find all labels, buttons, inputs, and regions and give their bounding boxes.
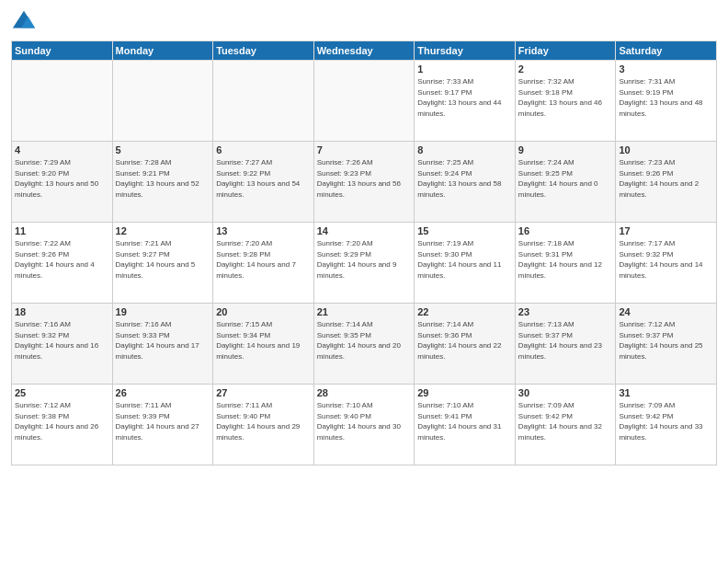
day-number: 14 bbox=[317, 225, 412, 236]
day-info: Sunrise: 7:09 AMSunset: 9:42 PMDaylight:… bbox=[518, 400, 613, 442]
day-number: 29 bbox=[417, 387, 512, 398]
day-number: 5 bbox=[116, 144, 210, 155]
day-info: Sunrise: 7:23 AMSunset: 9:26 PMDaylight:… bbox=[619, 157, 713, 200]
day-number: 16 bbox=[518, 225, 613, 236]
calendar-cell: 25Sunrise: 7:12 AMSunset: 9:38 PMDayligh… bbox=[12, 385, 113, 465]
day-info: Sunrise: 7:27 AMSunset: 9:22 PMDaylight:… bbox=[216, 157, 311, 200]
day-info: Sunrise: 7:17 AMSunset: 9:32 PMDaylight:… bbox=[619, 238, 713, 281]
page-header bbox=[11, 9, 717, 35]
day-info: Sunrise: 7:20 AMSunset: 9:28 PMDaylight:… bbox=[216, 238, 311, 281]
calendar-cell: 18Sunrise: 7:16 AMSunset: 9:32 PMDayligh… bbox=[12, 304, 113, 385]
calendar-cell: 31Sunrise: 7:09 AMSunset: 9:42 PMDayligh… bbox=[616, 385, 717, 465]
logo bbox=[11, 9, 40, 35]
day-info: Sunrise: 7:12 AMSunset: 9:37 PMDaylight:… bbox=[619, 319, 713, 362]
day-info: Sunrise: 7:26 AMSunset: 9:23 PMDaylight:… bbox=[317, 157, 412, 200]
day-number: 24 bbox=[619, 306, 713, 317]
day-number: 30 bbox=[518, 387, 613, 398]
calendar-header-sunday: Sunday bbox=[12, 41, 113, 61]
day-info: Sunrise: 7:13 AMSunset: 9:37 PMDaylight:… bbox=[518, 319, 613, 362]
calendar-week-row: 4Sunrise: 7:29 AMSunset: 9:20 PMDaylight… bbox=[12, 142, 717, 223]
calendar-cell bbox=[313, 61, 415, 142]
calendar-cell bbox=[213, 61, 314, 142]
day-info: Sunrise: 7:11 AMSunset: 9:39 PMDaylight:… bbox=[116, 400, 210, 442]
day-number: 31 bbox=[619, 387, 713, 398]
calendar-cell: 2Sunrise: 7:32 AMSunset: 9:18 PMDaylight… bbox=[515, 61, 616, 142]
calendar-cell: 17Sunrise: 7:17 AMSunset: 9:32 PMDayligh… bbox=[616, 223, 717, 304]
calendar-cell: 16Sunrise: 7:18 AMSunset: 9:31 PMDayligh… bbox=[515, 223, 616, 304]
calendar-cell: 1Sunrise: 7:33 AMSunset: 9:17 PMDaylight… bbox=[415, 61, 516, 142]
day-info: Sunrise: 7:31 AMSunset: 9:19 PMDaylight:… bbox=[619, 76, 713, 119]
day-info: Sunrise: 7:16 AMSunset: 9:33 PMDaylight:… bbox=[116, 319, 210, 362]
calendar-cell: 8Sunrise: 7:25 AMSunset: 9:24 PMDaylight… bbox=[415, 142, 516, 223]
day-info: Sunrise: 7:09 AMSunset: 9:42 PMDaylight:… bbox=[619, 400, 713, 442]
calendar-week-row: 1Sunrise: 7:33 AMSunset: 9:17 PMDaylight… bbox=[12, 61, 717, 142]
day-number: 28 bbox=[317, 387, 412, 398]
calendar-cell: 14Sunrise: 7:20 AMSunset: 9:29 PMDayligh… bbox=[313, 223, 415, 304]
day-number: 13 bbox=[216, 225, 311, 236]
day-number: 11 bbox=[15, 225, 109, 236]
calendar-cell: 19Sunrise: 7:16 AMSunset: 9:33 PMDayligh… bbox=[112, 304, 213, 385]
day-number: 2 bbox=[518, 63, 613, 75]
calendar-week-row: 18Sunrise: 7:16 AMSunset: 9:32 PMDayligh… bbox=[12, 304, 717, 385]
calendar-header-thursday: Thursday bbox=[415, 41, 516, 61]
day-number: 12 bbox=[116, 225, 210, 236]
day-number: 9 bbox=[518, 144, 613, 155]
calendar-header-saturday: Saturday bbox=[616, 41, 717, 61]
day-number: 15 bbox=[417, 225, 512, 236]
day-info: Sunrise: 7:16 AMSunset: 9:32 PMDaylight:… bbox=[15, 319, 109, 362]
day-number: 25 bbox=[15, 387, 109, 398]
day-number: 21 bbox=[317, 306, 412, 317]
day-number: 4 bbox=[15, 144, 109, 155]
day-number: 7 bbox=[317, 144, 412, 155]
calendar-cell: 5Sunrise: 7:28 AMSunset: 9:21 PMDaylight… bbox=[112, 142, 213, 223]
day-info: Sunrise: 7:19 AMSunset: 9:30 PMDaylight:… bbox=[417, 238, 512, 281]
calendar-cell: 6Sunrise: 7:27 AMSunset: 9:22 PMDaylight… bbox=[213, 142, 314, 223]
day-info: Sunrise: 7:28 AMSunset: 9:21 PMDaylight:… bbox=[116, 157, 210, 200]
calendar-cell: 21Sunrise: 7:14 AMSunset: 9:35 PMDayligh… bbox=[313, 304, 415, 385]
day-number: 3 bbox=[619, 63, 713, 75]
logo-icon bbox=[11, 9, 37, 35]
day-number: 6 bbox=[216, 144, 311, 155]
day-info: Sunrise: 7:14 AMSunset: 9:35 PMDaylight:… bbox=[317, 319, 412, 362]
calendar-cell: 10Sunrise: 7:23 AMSunset: 9:26 PMDayligh… bbox=[616, 142, 717, 223]
calendar-cell: 20Sunrise: 7:15 AMSunset: 9:34 PMDayligh… bbox=[213, 304, 314, 385]
calendar-cell: 27Sunrise: 7:11 AMSunset: 9:40 PMDayligh… bbox=[213, 385, 314, 465]
calendar-cell: 29Sunrise: 7:10 AMSunset: 9:41 PMDayligh… bbox=[415, 385, 516, 465]
calendar-table: SundayMondayTuesdayWednesdayThursdayFrid… bbox=[11, 40, 717, 465]
day-info: Sunrise: 7:10 AMSunset: 9:40 PMDaylight:… bbox=[317, 400, 412, 442]
day-info: Sunrise: 7:15 AMSunset: 9:34 PMDaylight:… bbox=[216, 319, 311, 362]
day-number: 8 bbox=[417, 144, 512, 155]
day-number: 20 bbox=[216, 306, 311, 317]
day-number: 22 bbox=[417, 306, 512, 317]
day-info: Sunrise: 7:14 AMSunset: 9:36 PMDaylight:… bbox=[417, 319, 512, 362]
day-info: Sunrise: 7:11 AMSunset: 9:40 PMDaylight:… bbox=[216, 400, 311, 442]
day-number: 1 bbox=[417, 63, 512, 75]
calendar-cell: 11Sunrise: 7:22 AMSunset: 9:26 PMDayligh… bbox=[12, 223, 113, 304]
calendar-cell: 12Sunrise: 7:21 AMSunset: 9:27 PMDayligh… bbox=[112, 223, 213, 304]
day-number: 18 bbox=[15, 306, 109, 317]
day-info: Sunrise: 7:33 AMSunset: 9:17 PMDaylight:… bbox=[417, 76, 512, 119]
calendar-header-row: SundayMondayTuesdayWednesdayThursdayFrid… bbox=[12, 41, 717, 61]
calendar-cell: 30Sunrise: 7:09 AMSunset: 9:42 PMDayligh… bbox=[515, 385, 616, 465]
calendar-cell: 3Sunrise: 7:31 AMSunset: 9:19 PMDaylight… bbox=[616, 61, 717, 142]
day-info: Sunrise: 7:29 AMSunset: 9:20 PMDaylight:… bbox=[15, 157, 109, 200]
calendar-cell: 24Sunrise: 7:12 AMSunset: 9:37 PMDayligh… bbox=[616, 304, 717, 385]
calendar-cell: 22Sunrise: 7:14 AMSunset: 9:36 PMDayligh… bbox=[415, 304, 516, 385]
day-number: 19 bbox=[116, 306, 210, 317]
calendar-cell: 13Sunrise: 7:20 AMSunset: 9:28 PMDayligh… bbox=[213, 223, 314, 304]
day-info: Sunrise: 7:25 AMSunset: 9:24 PMDaylight:… bbox=[417, 157, 512, 200]
calendar-cell: 23Sunrise: 7:13 AMSunset: 9:37 PMDayligh… bbox=[515, 304, 616, 385]
day-number: 26 bbox=[116, 387, 210, 398]
calendar-header-wednesday: Wednesday bbox=[313, 41, 415, 61]
calendar-week-row: 25Sunrise: 7:12 AMSunset: 9:38 PMDayligh… bbox=[12, 385, 717, 465]
day-number: 23 bbox=[518, 306, 613, 317]
calendar-cell: 26Sunrise: 7:11 AMSunset: 9:39 PMDayligh… bbox=[112, 385, 213, 465]
calendar-header-monday: Monday bbox=[112, 41, 213, 61]
calendar-cell: 15Sunrise: 7:19 AMSunset: 9:30 PMDayligh… bbox=[415, 223, 516, 304]
calendar-header-tuesday: Tuesday bbox=[213, 41, 314, 61]
calendar-header-friday: Friday bbox=[515, 41, 616, 61]
calendar-cell bbox=[12, 61, 113, 142]
day-info: Sunrise: 7:24 AMSunset: 9:25 PMDaylight:… bbox=[518, 157, 613, 200]
calendar-week-row: 11Sunrise: 7:22 AMSunset: 9:26 PMDayligh… bbox=[12, 223, 717, 304]
day-number: 27 bbox=[216, 387, 311, 398]
